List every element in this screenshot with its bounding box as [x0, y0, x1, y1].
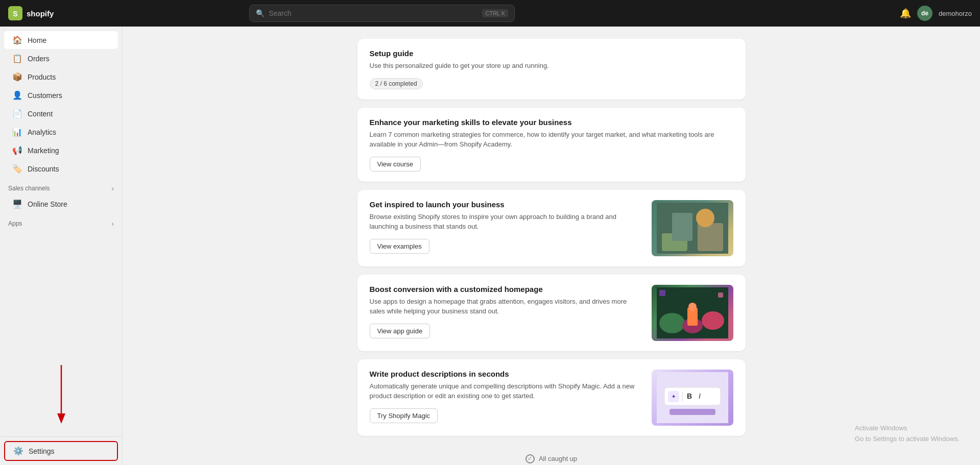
homepage-image-visual — [652, 285, 733, 341]
main-content: Setup guide Use this personalized guide … — [123, 27, 980, 465]
settings-label: Settings — [29, 447, 55, 455]
shopify-wordmark: shopify — [27, 9, 54, 18]
orders-icon: 📋 — [12, 54, 22, 63]
svg-point-12 — [702, 311, 724, 330]
apps-section: Apps › — [0, 213, 122, 230]
sidebar-item-home[interactable]: 🏠 Home — [4, 31, 118, 49]
customers-icon: 👤 — [12, 90, 22, 100]
homepage-svg — [657, 287, 728, 338]
sales-channels-chevron[interactable]: › — [111, 184, 114, 192]
homepage-text: Boost conversion with a customized homep… — [370, 285, 643, 338]
svg-rect-6 — [698, 223, 723, 251]
svg-point-7 — [696, 209, 714, 227]
inspire-desc: Browse existing Shopify stores to inspir… — [370, 212, 643, 232]
sales-channels-label: Sales channels — [8, 185, 50, 192]
content-icon: 📄 — [12, 109, 22, 118]
magic-card: Write product descriptions in seconds Au… — [357, 359, 746, 436]
user-initials: de — [921, 10, 928, 17]
view-app-guide-button[interactable]: View app guide — [370, 324, 431, 338]
online-store-icon: 🖥️ — [12, 199, 22, 209]
apps-chevron[interactable]: › — [111, 219, 114, 228]
setup-guide-card: Setup guide Use this personalized guide … — [357, 39, 746, 100]
search-bar[interactable]: 🔍 CTRL K — [249, 5, 515, 22]
annotation-arrow — [46, 365, 77, 426]
marketing-desc: Learn 7 common marketing strategies for … — [370, 130, 733, 150]
inspire-card-inner: Get inspired to launch your business Bro… — [370, 200, 733, 256]
marketing-card: Enhance your marketing skills to elevate… — [357, 108, 746, 182]
svg-marker-3 — [57, 413, 65, 424]
nav-right: 🔔 de demohorzo — [900, 6, 972, 21]
magic-image-visual: ✦ B I — [652, 370, 733, 426]
sidebar-label-content: Content — [28, 110, 53, 118]
sidebar-label-analytics: Analytics — [28, 128, 56, 136]
search-input[interactable] — [269, 9, 478, 17]
homepage-desc: Use apps to design a homepage that grabs… — [370, 297, 643, 316]
magic-title: Write product descriptions in seconds — [370, 370, 643, 378]
inspire-svg — [657, 203, 728, 254]
sidebar-item-orders[interactable]: 📋 Orders — [4, 50, 118, 67]
sidebar-bottom: ⚙️ Settings — [0, 436, 122, 465]
app-body: 🏠 Home 📋 Orders 📦 Products 👤 Customers 📄… — [0, 27, 980, 465]
svg-text:✦: ✦ — [671, 393, 676, 400]
marketing-icon: 📢 — [12, 145, 22, 155]
magic-card-inner: Write product descriptions in seconds Au… — [370, 370, 733, 426]
svg-text:S: S — [13, 10, 17, 18]
products-icon: 📦 — [12, 72, 22, 82]
try-shopify-magic-button[interactable]: Try Shopify Magic — [370, 408, 438, 423]
apps-label: Apps — [8, 220, 22, 227]
sidebar-label-home: Home — [28, 36, 46, 44]
progress-badge: 2 / 6 completed — [370, 78, 423, 89]
magic-desc: Automatically generate unique and compel… — [370, 381, 643, 401]
content-wrapper: Setup guide Use this personalized guide … — [357, 39, 746, 465]
view-examples-button[interactable]: View examples — [370, 239, 429, 254]
shopify-logo-icon: S — [8, 6, 22, 20]
sidebar-arrow-area — [0, 234, 122, 436]
inspire-card: Get inspired to launch your business Bro… — [357, 190, 746, 266]
setup-guide-desc: Use this personalized guide to get your … — [370, 61, 733, 71]
sidebar-item-customers[interactable]: 👤 Customers — [4, 86, 118, 104]
notification-icon[interactable]: 🔔 — [900, 8, 911, 19]
setup-guide-title: Setup guide — [370, 49, 733, 58]
sidebar: 🏠 Home 📋 Orders 📦 Products 👤 Customers 📄… — [0, 27, 123, 465]
sidebar-item-online-store[interactable]: 🖥️ Online Store — [4, 195, 118, 213]
progress-text: 2 / 6 completed — [375, 80, 417, 87]
sidebar-label-customers: Customers — [28, 91, 62, 100]
svg-rect-8 — [672, 213, 692, 241]
analytics-icon: 📊 — [12, 127, 22, 137]
caught-up-text: All caught up — [539, 455, 577, 462]
sidebar-item-content[interactable]: 📄 Content — [4, 105, 118, 123]
sidebar-item-products[interactable]: 📦 Products — [4, 68, 118, 86]
settings-item[interactable]: ⚙️ Settings — [4, 441, 118, 461]
sidebar-label-marketing: Marketing — [28, 146, 59, 155]
svg-rect-15 — [659, 290, 665, 296]
view-course-button[interactable]: View course — [370, 157, 421, 172]
homepage-title: Boost conversion with a customized homep… — [370, 285, 643, 293]
homepage-image — [652, 285, 733, 341]
homepage-card-inner: Boost conversion with a customized homep… — [370, 285, 733, 341]
sidebar-item-marketing[interactable]: 📢 Marketing — [4, 141, 118, 159]
sidebar-item-analytics[interactable]: 📊 Analytics — [4, 123, 118, 141]
search-shortcut: CTRL K — [482, 9, 508, 17]
inspire-title: Get inspired to launch your business — [370, 200, 643, 209]
sidebar-label-products: Products — [28, 73, 56, 81]
search-icon: 🔍 — [256, 9, 265, 17]
svg-text:I: I — [699, 392, 701, 400]
inspire-text: Get inspired to launch your business Bro… — [370, 200, 643, 254]
svg-point-10 — [659, 313, 685, 333]
sidebar-nav: 🏠 Home 📋 Orders 📦 Products 👤 Customers 📄… — [0, 27, 122, 234]
marketing-title: Enhance your marketing skills to elevate… — [370, 118, 733, 127]
svg-point-14 — [688, 303, 697, 311]
inspire-image — [652, 200, 733, 256]
sidebar-label-discounts: Discounts — [28, 165, 59, 173]
caught-up-section: ✓ All caught up — [357, 444, 746, 466]
sidebar-item-discounts[interactable]: 🏷️ Discounts — [4, 160, 118, 178]
svg-rect-16 — [718, 292, 723, 298]
user-name[interactable]: demohorzo — [939, 10, 972, 17]
sidebar-label-online-store: Online Store — [28, 200, 67, 208]
magic-image: ✦ B I — [652, 370, 733, 426]
homepage-card: Boost conversion with a customized homep… — [357, 275, 746, 351]
svg-text:B: B — [686, 392, 691, 400]
settings-icon: ⚙️ — [13, 446, 23, 456]
shopify-logo[interactable]: S shopify — [8, 6, 54, 20]
user-avatar[interactable]: de — [917, 6, 933, 21]
